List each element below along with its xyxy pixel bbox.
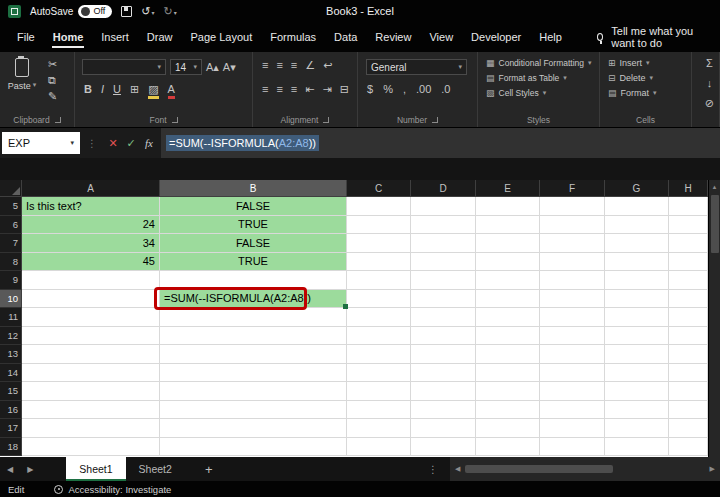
fill-handle[interactable] (343, 304, 348, 309)
cell-A11[interactable] (22, 308, 160, 327)
underline-button[interactable]: U (113, 84, 121, 95)
cell-H14[interactable] (669, 364, 708, 383)
merge-center-icon[interactable]: ⊟ (340, 84, 349, 95)
menu-tab-review[interactable]: Review (366, 22, 420, 52)
conditional-formatting-button[interactable]: ▦Conditional Formatting▾ (486, 58, 592, 68)
cell-F16[interactable] (540, 401, 605, 420)
cell-G11[interactable] (605, 308, 669, 327)
horizontal-scrollbar[interactable]: ◀ ▶ (450, 457, 720, 481)
cell-B10[interactable]: =SUM(--ISFORMULA(A2:A8)) (160, 290, 347, 309)
cell-F10[interactable] (540, 290, 605, 309)
autosum-icon[interactable]: Σ (706, 58, 713, 69)
cell-C12[interactable] (347, 327, 411, 346)
name-box[interactable]: EXP ▾ (2, 132, 80, 154)
row-header-15[interactable]: 15 (0, 382, 22, 401)
alignment-dialog-launcher[interactable] (323, 117, 329, 123)
cell-B14[interactable] (160, 364, 347, 383)
cell-H12[interactable] (669, 327, 708, 346)
cell-H13[interactable] (669, 345, 708, 364)
cell-B17[interactable] (160, 419, 347, 438)
menu-tab-data[interactable]: Data (325, 22, 366, 52)
cell-H17[interactable] (669, 419, 708, 438)
excel-app-icon[interactable] (8, 5, 21, 18)
cell-B16[interactable] (160, 401, 347, 420)
menu-tab-insert[interactable]: Insert (92, 22, 138, 52)
scroll-left-icon[interactable]: ◀ (455, 465, 460, 473)
row-header-8[interactable]: 8 (0, 253, 22, 272)
font-dialog-launcher[interactable] (172, 117, 178, 123)
tell-me-search[interactable]: Tell me what you want to do (597, 25, 712, 49)
cut-icon[interactable]: ✂ (48, 59, 57, 70)
format-as-table-button[interactable]: ▤Format as Table▾ (486, 73, 592, 83)
row-header-9[interactable]: 9 (0, 271, 22, 290)
row-header-13[interactable]: 13 (0, 345, 22, 364)
cell-F18[interactable] (540, 438, 605, 457)
cell-G18[interactable] (605, 438, 669, 457)
column-header-d[interactable]: D (411, 180, 476, 197)
insert-function-icon[interactable]: fx (140, 137, 158, 149)
cell-G15[interactable] (605, 382, 669, 401)
cell-A17[interactable] (22, 419, 160, 438)
cell-D17[interactable] (411, 419, 476, 438)
cell-H16[interactable] (669, 401, 708, 420)
menu-tab-view[interactable]: View (420, 22, 462, 52)
cell-C6[interactable] (347, 216, 411, 235)
cell-H5[interactable] (669, 197, 708, 216)
cell-E5[interactable] (476, 197, 540, 216)
cell-B8[interactable]: TRUE (160, 253, 347, 272)
cell-G9[interactable] (605, 271, 669, 290)
row-header-6[interactable]: 6 (0, 216, 22, 235)
cell-A10[interactable] (22, 290, 160, 309)
align-bottom-icon[interactable]: ≡ (291, 60, 297, 71)
cell-E14[interactable] (476, 364, 540, 383)
cell-G6[interactable] (605, 216, 669, 235)
cell-E13[interactable] (476, 345, 540, 364)
cell-D8[interactable] (411, 253, 476, 272)
cell-H11[interactable] (669, 308, 708, 327)
cell-F14[interactable] (540, 364, 605, 383)
cell-C10[interactable] (347, 290, 411, 309)
cell-F17[interactable] (540, 419, 605, 438)
cell-D6[interactable] (411, 216, 476, 235)
cell-F11[interactable] (540, 308, 605, 327)
menu-tab-help[interactable]: Help (530, 22, 571, 52)
menu-tab-formulas[interactable]: Formulas (261, 22, 325, 52)
cell-B12[interactable] (160, 327, 347, 346)
menu-tab-file[interactable]: File (8, 22, 44, 52)
number-format-select[interactable]: General▾ (366, 59, 467, 75)
redo-button[interactable]: ↻▾ (163, 5, 176, 18)
cell-F12[interactable] (540, 327, 605, 346)
cell-G14[interactable] (605, 364, 669, 383)
wrap-text-icon[interactable]: ↩ (323, 60, 332, 71)
number-dialog-launcher[interactable] (432, 117, 438, 123)
column-header-c[interactable]: C (347, 180, 411, 197)
row-header-10[interactable]: 10 (0, 290, 22, 309)
cell-G17[interactable] (605, 419, 669, 438)
cell-H8[interactable] (669, 253, 708, 272)
fill-color-icon[interactable]: ▨ (148, 84, 158, 99)
insert-button[interactable]: ⊞Insert▾ (608, 58, 657, 68)
percent-style-icon[interactable]: % (383, 84, 393, 95)
cell-B15[interactable] (160, 382, 347, 401)
cell-A14[interactable] (22, 364, 160, 383)
increase-decimal-icon[interactable]: .00 (416, 84, 431, 95)
vertical-scroll-thumb[interactable] (711, 195, 719, 253)
cell-C8[interactable] (347, 253, 411, 272)
cell-D11[interactable] (411, 308, 476, 327)
tab-options-icon[interactable]: ⋮ (428, 464, 438, 475)
decrease-font-size-icon[interactable]: A▾ (223, 62, 236, 73)
fill-icon[interactable]: ↓ (707, 78, 713, 89)
cell-C9[interactable] (347, 271, 411, 290)
sheet-nav-right-icon[interactable]: ▶ (20, 465, 40, 474)
cell-E7[interactable] (476, 234, 540, 253)
row-header-7[interactable]: 7 (0, 234, 22, 253)
clipboard-dialog-launcher[interactable] (55, 117, 61, 123)
italic-button[interactable]: I (101, 84, 104, 95)
name-box-resize-handle[interactable]: ⋮ (87, 138, 97, 149)
cell-H7[interactable] (669, 234, 708, 253)
cell-H9[interactable] (669, 271, 708, 290)
cell-G16[interactable] (605, 401, 669, 420)
add-sheet-button[interactable]: + (205, 462, 213, 477)
sheet-tab-sheet2[interactable]: Sheet2 (126, 457, 185, 481)
cell-C15[interactable] (347, 382, 411, 401)
